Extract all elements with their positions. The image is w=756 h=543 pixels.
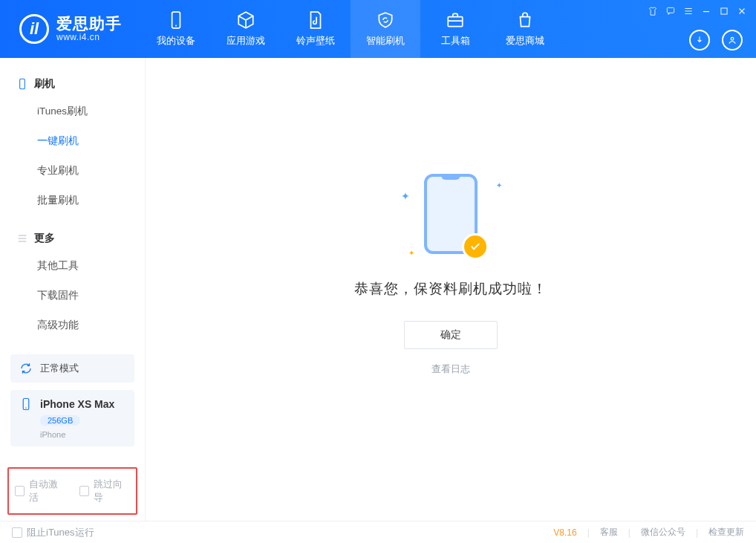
svg-rect-2 [448,17,463,27]
shirt-icon[interactable] [648,6,658,16]
status-bar: 阻止iTunes运行 V8.16 | 客服 | 微信公众号 | 检查更新 [0,521,756,543]
success-message: 恭喜您，保资料刷机成功啦！ [354,279,547,299]
flash-options-box: 自动激活 跳过向导 [7,467,137,515]
brand-subtitle: www.i4.cn [56,33,122,43]
minimize-icon[interactable] [701,6,711,16]
version-label: V8.16 [553,527,576,538]
sidebar-item-pro-flash[interactable]: 专业刷机 [0,156,145,186]
device-mode-label: 正常模式 [40,362,79,375]
top-nav: 我的设备 应用游戏 铃声壁纸 智能刷机 工具箱 爱思商城 [141,0,560,58]
sidebar-item-batch-flash[interactable]: 批量刷机 [0,186,145,215]
svg-point-1 [175,25,177,27]
sparkle-icon: ✦ [496,181,502,189]
brand-title: 爱思助手 [56,15,122,33]
nav-label: 智能刷机 [366,34,405,48]
account-button[interactable] [722,30,743,51]
sidebar-section-flash: 刷机 [0,71,145,97]
nav-label: 工具箱 [441,34,470,48]
checkbox-label: 自动激活 [29,478,65,504]
nav-smart-flash[interactable]: 智能刷机 [351,0,420,58]
checkbox-skip-guide[interactable]: 跳过向导 [79,478,131,504]
main-content: ✦ ✦ ✦ 恭喜您，保资料刷机成功啦！ 确定 查看日志 [146,58,756,521]
device-name: iPhone XS Max [40,398,114,410]
sparkle-icon: ✦ [408,249,414,257]
svg-rect-3 [667,7,674,13]
checkbox-icon [15,486,25,496]
sidebar-item-advanced[interactable]: 高级功能 [0,310,145,340]
footer-link-wechat[interactable]: 微信公众号 [641,526,685,539]
nav-label: 应用游戏 [227,34,265,48]
app-header: il 爱思助手 www.i4.cn 我的设备 应用游戏 铃声壁纸 智能刷机 工具… [0,0,756,58]
ok-button[interactable]: 确定 [404,321,498,349]
maximize-icon[interactable] [719,6,729,16]
sparkle-icon: ✦ [401,190,410,202]
list-icon [16,233,28,244]
toolbox-icon [446,10,465,30]
sidebar-section-label: 更多 [34,232,55,245]
device-mode-card[interactable]: 正常模式 [10,354,134,383]
brand-logo: il 爱思助手 www.i4.cn [0,0,138,58]
sidebar-section-label: 刷机 [34,77,55,91]
device-type-label: iPhone [40,430,65,439]
svg-point-8 [25,408,27,409]
device-card[interactable]: iPhone XS Max 256GB iPhone [10,390,134,446]
sidebar: 刷机 iTunes刷机 一键刷机 专业刷机 批量刷机 更多 其他工具 下载固件 … [0,58,146,521]
download-icon [694,35,705,45]
sidebar-item-itunes-flash[interactable]: iTunes刷机 [0,97,145,126]
nav-store[interactable]: 爱思商城 [490,0,560,58]
nav-apps-games[interactable]: 应用游戏 [211,0,281,58]
checkbox-icon [79,486,89,496]
brand-badge-icon: il [19,14,49,44]
nav-label: 铃声壁纸 [296,34,335,48]
nav-toolbox[interactable]: 工具箱 [420,0,490,58]
cube-icon [236,10,255,30]
svg-point-5 [731,37,734,40]
nav-label: 我的设备 [157,34,195,48]
nav-my-device[interactable]: 我的设备 [141,0,211,58]
footer-link-support[interactable]: 客服 [600,526,618,539]
sidebar-item-onekey-flash[interactable]: 一键刷机 [0,126,145,156]
sidebar-section-more: 更多 [0,226,145,251]
sidebar-item-download-firmware[interactable]: 下载固件 [0,281,145,310]
success-check-icon [462,233,489,260]
bag-icon [515,10,535,30]
nav-ringtones-wallpapers[interactable]: 铃声壁纸 [281,0,351,58]
music-file-icon [306,10,325,30]
success-illustration: ✦ ✦ ✦ [395,174,506,263]
svg-rect-6 [20,79,25,88]
menu-icon[interactable] [683,6,694,16]
sidebar-item-other-tools[interactable]: 其他工具 [0,251,145,281]
refresh-shield-icon [376,10,395,30]
device-icon [16,78,28,90]
phone-icon [166,10,186,30]
checkbox-label: 跳过向导 [94,478,130,504]
device-storage-badge: 256GB [40,415,80,426]
footer-link-update[interactable]: 检查更新 [708,526,744,539]
phone-small-icon [19,397,33,411]
svg-rect-4 [721,8,727,14]
checkbox-icon [12,527,22,538]
view-log-link[interactable]: 查看日志 [431,362,470,376]
checkbox-block-itunes[interactable]: 阻止iTunes运行 [12,526,94,539]
sync-icon [19,362,33,375]
close-icon[interactable] [737,6,747,16]
nav-label: 爱思商城 [506,34,544,48]
feedback-icon[interactable] [665,6,676,16]
user-icon [727,35,737,45]
checkbox-auto-activate[interactable]: 自动激活 [15,478,66,504]
download-button[interactable] [689,30,710,51]
checkbox-label: 阻止iTunes运行 [27,526,94,539]
